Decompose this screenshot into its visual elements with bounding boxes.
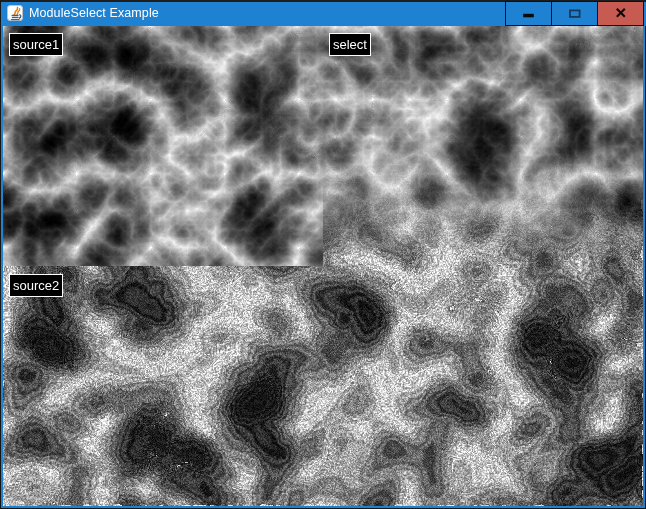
- maximize-button[interactable]: [551, 1, 598, 26]
- source2-noise-layer: [3, 26, 643, 506]
- source1-label: source1: [9, 33, 63, 56]
- render-canvas: source1 select source2: [3, 26, 643, 506]
- java-coffee-cup-icon: [7, 5, 23, 21]
- close-icon: [598, 2, 643, 24]
- minimize-icon: [506, 2, 551, 24]
- source2-label: source2: [9, 274, 63, 297]
- select-label: select: [329, 33, 371, 56]
- app-window: ModuleSelect Example: [0, 0, 646, 509]
- minimize-button[interactable]: [505, 1, 552, 26]
- window-title: ModuleSelect Example: [29, 2, 159, 26]
- titlebar[interactable]: ModuleSelect Example: [2, 2, 646, 26]
- select-blend-group: [3, 26, 643, 506]
- close-button[interactable]: [597, 1, 644, 26]
- window-controls: [506, 1, 644, 26]
- noise-render: [3, 26, 643, 506]
- maximize-icon: [552, 2, 597, 24]
